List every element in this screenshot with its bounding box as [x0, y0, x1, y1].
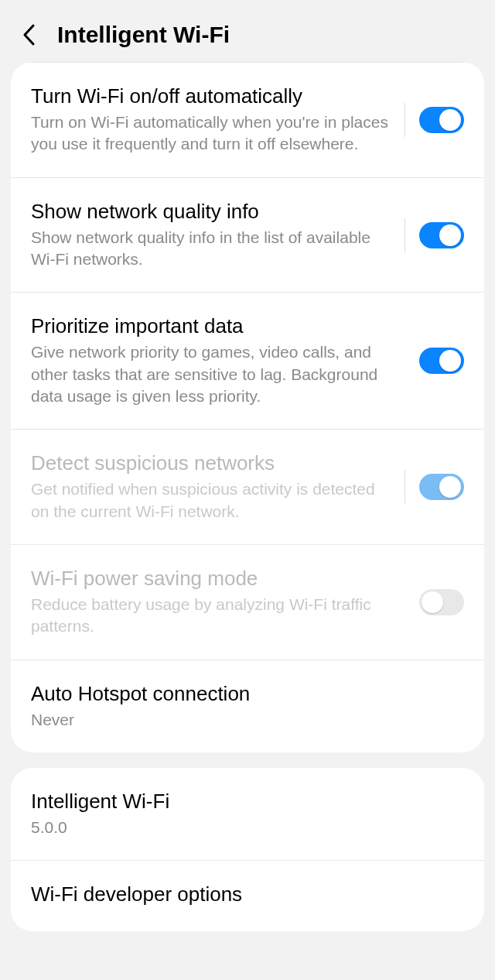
- setting-dev-options[interactable]: Wi-Fi developer options: [11, 860, 484, 931]
- about-card: Intelligent Wi-Fi 5.0.0 Wi-Fi developer …: [11, 768, 484, 931]
- toggle-auto-wifi[interactable]: [419, 107, 464, 133]
- setting-sub: Get notified when suspicious activity is…: [31, 478, 395, 523]
- toggle-prioritize-data[interactable]: [419, 348, 464, 374]
- setting-prioritize-data[interactable]: Prioritize important data Give network p…: [11, 292, 484, 429]
- toggle-detect-suspicious: [419, 474, 464, 500]
- setting-sub: Turn on Wi-Fi automatically when you're …: [31, 111, 395, 156]
- setting-version[interactable]: Intelligent Wi-Fi 5.0.0: [11, 768, 484, 860]
- setting-value: 5.0.0: [31, 817, 455, 838]
- toggle-divider: [405, 218, 405, 252]
- setting-title: Intelligent Wi-Fi: [31, 790, 455, 814]
- toggle-quality-info[interactable]: [419, 222, 464, 248]
- setting-auto-wifi[interactable]: Turn Wi-Fi on/off automatically Turn on …: [11, 62, 484, 177]
- toggle-divider: [405, 103, 405, 137]
- setting-title: Detect suspicious networks: [31, 451, 395, 475]
- setting-sub: Give network priority to games, video ca…: [31, 341, 410, 407]
- setting-title: Prioritize important data: [31, 314, 410, 338]
- setting-quality-info[interactable]: Show network quality info Show network q…: [11, 177, 484, 293]
- setting-sub: Show network quality info in the list of…: [31, 227, 395, 271]
- settings-card: Turn Wi-Fi on/off automatically Turn on …: [11, 62, 484, 752]
- setting-title: Show network quality info: [31, 200, 395, 224]
- setting-power-saving: Wi-Fi power saving mode Reduce battery u…: [11, 544, 484, 660]
- setting-title: Turn Wi-Fi on/off automatically: [31, 84, 395, 108]
- page-title: Intelligent Wi-Fi: [57, 22, 230, 48]
- setting-auto-hotspot[interactable]: Auto Hotspot connection Never: [11, 660, 484, 752]
- setting-title: Wi-Fi power saving mode: [31, 567, 410, 591]
- setting-sub: Reduce battery usage by analyzing Wi-Fi …: [31, 594, 410, 638]
- setting-detect-suspicious: Detect suspicious networks Get notified …: [11, 429, 484, 544]
- toggle-divider: [405, 470, 405, 504]
- toggle-power-saving: [419, 589, 464, 615]
- setting-value: Never: [31, 709, 455, 731]
- setting-title: Wi-Fi developer options: [31, 882, 455, 906]
- setting-title: Auto Hotspot connection: [31, 682, 455, 706]
- back-icon[interactable]: [19, 24, 40, 46]
